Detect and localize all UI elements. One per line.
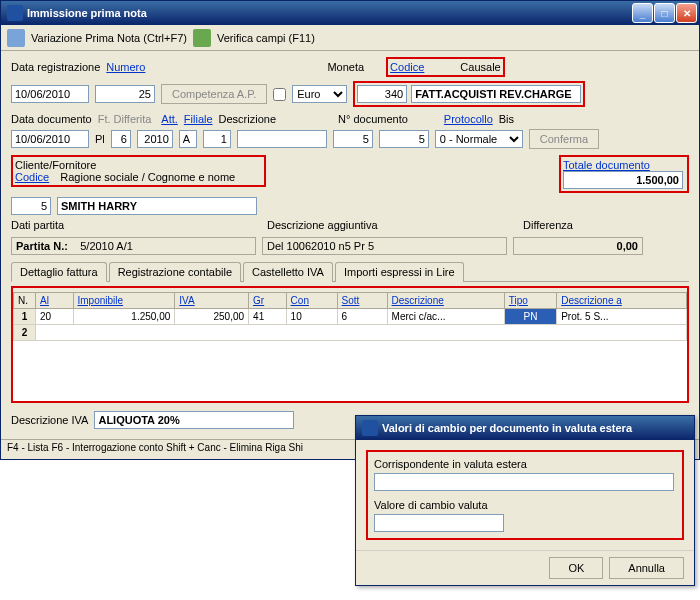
field-cod-clifor[interactable]: [11, 197, 51, 215]
label-pt-diff: Ft. Differita: [98, 113, 152, 125]
label-dati-partita: Dati partita: [11, 219, 261, 231]
field-descr-iva[interactable]: [94, 411, 294, 429]
modal-icon: [362, 420, 378, 436]
label-data-doc: Data documento: [11, 113, 92, 125]
check-icon: [193, 29, 211, 47]
col-n: N.: [14, 293, 36, 309]
cell-tipo-pn[interactable]: PN: [504, 309, 556, 325]
label-ragsoc: Ragione sociale / Cognome e nome: [60, 171, 235, 183]
col-descr[interactable]: Descrizione: [387, 293, 504, 309]
label-pl: Pl: [95, 133, 105, 145]
field-numero[interactable]: [95, 85, 155, 103]
modal-titlebar: Valori di cambio per documento in valuta…: [356, 416, 694, 440]
col-al[interactable]: Al: [36, 293, 74, 309]
link-protocollo[interactable]: Protocollo: [444, 113, 493, 125]
tab-castelletto[interactable]: Castelletto IVA: [243, 262, 333, 282]
table-row[interactable]: 2: [14, 325, 687, 341]
col-descra[interactable]: Descrizione a: [557, 293, 687, 309]
field-causale[interactable]: [411, 85, 581, 103]
field-ndoc2[interactable]: [379, 130, 429, 148]
field-pl2[interactable]: [137, 130, 173, 148]
button-ok[interactable]: OK: [549, 557, 603, 579]
table-row[interactable]: 1 20 1.250,00 250,00 41 10 6 Merci c/ac.…: [14, 309, 687, 325]
label-valore-cambio: Valore di cambio valuta: [374, 499, 676, 511]
label-descrizione: Descrizione: [219, 113, 276, 125]
value-descr-agg: Del 10062010 n5 Pr 5: [262, 237, 507, 255]
label-causale: Causale: [460, 61, 500, 73]
content-area: Data registrazione Numero Moneta Codice …: [1, 51, 699, 439]
modal-valori-cambio: Valori di cambio per documento in valuta…: [355, 415, 695, 586]
select-moneta[interactable]: Euro: [292, 85, 347, 103]
tabs: Dettaglio fattura Registrazione contabil…: [11, 261, 689, 282]
label-differenza: Differenza: [523, 219, 573, 231]
window-title: Immissione prima nota: [27, 7, 632, 19]
field-descr[interactable]: [237, 130, 327, 148]
select-protocollo[interactable]: 0 - Normale: [435, 130, 523, 148]
toolbar: Variazione Prima Nota (Ctrl+F7) Verifica…: [1, 25, 699, 51]
label-cliente-fornitore: Cliente/Fornitore: [15, 159, 262, 171]
label-descr-iva: Descrizione IVA: [11, 414, 88, 426]
col-iva[interactable]: IVA: [175, 293, 249, 309]
field-valore-cambio[interactable]: [374, 514, 504, 532]
field-pl1[interactable]: [111, 130, 131, 148]
variation-icon: [7, 29, 25, 47]
col-imponibile[interactable]: Imponibile: [73, 293, 175, 309]
main-window: Immissione prima nota _ □ ✕ Variazione P…: [0, 0, 700, 460]
label-descr-agg: Descrizione aggiuntiva: [267, 219, 517, 231]
label-ndoc: N° documento: [338, 113, 408, 125]
value-differenza: 0,00: [513, 237, 643, 255]
field-filiale[interactable]: [203, 130, 231, 148]
checkbox-competenza[interactable]: [273, 88, 286, 101]
field-data-doc[interactable]: [11, 130, 89, 148]
col-tipo[interactable]: Tipo: [504, 293, 556, 309]
button-annulla[interactable]: Annulla: [609, 557, 684, 579]
link-totale-doc[interactable]: Totale documento: [563, 159, 685, 171]
toolbar-item-verifica[interactable]: Verifica campi (F11): [217, 32, 315, 44]
col-gr[interactable]: Gr: [249, 293, 287, 309]
field-ndoc1[interactable]: [333, 130, 373, 148]
maximize-button[interactable]: □: [654, 3, 675, 23]
tab-dettaglio[interactable]: Dettaglio fattura: [11, 262, 107, 282]
modal-title: Valori di cambio per documento in valuta…: [382, 422, 692, 434]
label-partita-n: Partita N.:: [16, 240, 68, 252]
app-icon: [7, 5, 23, 21]
label-corrispondente: Corrispondente in valuta estera: [374, 458, 676, 470]
link-filiale[interactable]: Filiale: [184, 113, 213, 125]
tab-importi[interactable]: Importi espressi in Lire: [335, 262, 464, 282]
label-moneta: Moneta: [327, 61, 364, 73]
grid: N. Al Imponibile IVA Gr Con Sott Descriz…: [13, 292, 687, 401]
field-ragsoc[interactable]: [57, 197, 257, 215]
field-att[interactable]: [179, 130, 197, 148]
button-conferma[interactable]: Conferma: [529, 129, 599, 149]
field-corrispondente[interactable]: [374, 473, 674, 491]
minimize-button[interactable]: _: [632, 3, 653, 23]
field-totale-doc[interactable]: [563, 171, 683, 189]
main-titlebar: Immissione prima nota _ □ ✕: [1, 1, 699, 25]
link-codice[interactable]: Codice: [390, 61, 424, 73]
button-competenza[interactable]: Competenza A.P.: [161, 84, 267, 104]
label-data-reg: Data registrazione: [11, 61, 100, 73]
value-partita-n: 5/2010 A/1: [80, 240, 133, 252]
label-bis: Bis: [499, 113, 514, 125]
link-numero[interactable]: Numero: [106, 61, 145, 73]
tab-registrazione[interactable]: Registrazione contabile: [109, 262, 241, 282]
col-con[interactable]: Con: [286, 293, 337, 309]
link-att[interactable]: Att.: [161, 113, 178, 125]
field-data-reg[interactable]: [11, 85, 89, 103]
close-button[interactable]: ✕: [676, 3, 697, 23]
link-cod-clifor[interactable]: Codice: [15, 171, 49, 183]
toolbar-item-variazione[interactable]: Variazione Prima Nota (Ctrl+F7): [31, 32, 187, 44]
field-codice[interactable]: [357, 85, 407, 103]
col-sott[interactable]: Sott: [337, 293, 387, 309]
